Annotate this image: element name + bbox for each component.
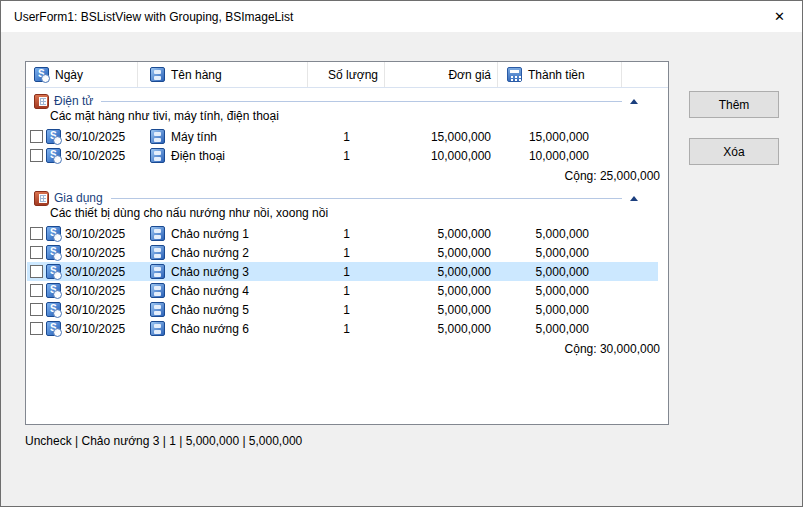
column-header-filler: [622, 62, 668, 87]
column-header-ten-hang[interactable]: Tên hàng: [138, 62, 308, 87]
row-checkbox[interactable]: [30, 246, 43, 259]
group-subtitle: Các thiết bị dùng cho nấu nướng như nồi,…: [50, 206, 668, 221]
table-row[interactable]: 30/10/2025 Chảo nướng 2 1 5,000,000 5,00…: [27, 243, 658, 262]
product-icon: [150, 67, 165, 82]
row-qty: 1: [308, 265, 385, 279]
product-icon: [150, 129, 165, 144]
row-checkbox[interactable]: [30, 284, 43, 297]
calculator-icon: [507, 67, 522, 82]
row-name: Chảo nướng 6: [171, 322, 249, 336]
row-checkbox[interactable]: [30, 227, 43, 240]
group-title: Điện tử: [54, 94, 93, 108]
cell-name: Chảo nướng 3: [138, 264, 308, 279]
table-row[interactable]: 30/10/2025 Chảo nướng 4 1 5,000,000 5,00…: [27, 281, 658, 300]
row-date: 30/10/2025: [65, 130, 125, 144]
row-qty: 1: [308, 227, 385, 241]
group-header-dien-tu[interactable]: Điện tử: [34, 93, 638, 109]
cell-name: Chảo nướng 1: [138, 226, 308, 241]
row-checkbox[interactable]: [30, 265, 43, 278]
row-date: 30/10/2025: [65, 149, 125, 163]
row-name: Chảo nướng 2: [171, 246, 249, 260]
row-name: Chảo nướng 5: [171, 303, 249, 317]
date-icon: [46, 302, 61, 317]
date-icon: [46, 321, 61, 336]
cell-date: 30/10/2025: [27, 321, 138, 336]
delete-button[interactable]: Xóa: [689, 138, 779, 165]
row-name: Chảo nướng 3: [171, 265, 249, 279]
row-checkbox[interactable]: [30, 149, 43, 162]
window-title: UserForm1: BSListView with Grouping, BSI…: [14, 10, 293, 24]
column-header-thanh-tien[interactable]: Thành tiền: [498, 62, 622, 87]
cell-name: Máy tính: [138, 129, 308, 144]
group-title: Gia dụng: [54, 191, 103, 205]
close-icon: ✕: [774, 9, 785, 24]
userform-window: UserForm1: BSListView with Grouping, BSI…: [0, 0, 803, 507]
row-qty: 1: [308, 284, 385, 298]
table-row[interactable]: 30/10/2025 Chảo nướng 1 1 5,000,000 5,00…: [27, 224, 658, 243]
row-checkbox[interactable]: [30, 322, 43, 335]
row-price: 5,000,000: [385, 227, 498, 241]
column-header-ngay[interactable]: Ngày: [26, 62, 138, 87]
date-icon: [34, 67, 49, 82]
product-icon: [150, 321, 165, 336]
column-label: Đơn giá: [448, 68, 491, 82]
table-row[interactable]: 30/10/2025 Điện thoại 1 10,000,000 10,00…: [27, 146, 658, 165]
column-header-so-luong[interactable]: Số lượng: [308, 62, 385, 87]
group-rows: 30/10/2025 Máy tính 1 15,000,000 15,000,…: [26, 127, 668, 165]
row-qty: 1: [308, 130, 385, 144]
cell-name: Chảo nướng 6: [138, 321, 308, 336]
cell-date: 30/10/2025: [27, 283, 138, 298]
row-total: 15,000,000: [498, 130, 622, 144]
group-header-gia-dung[interactable]: Gia dụng: [34, 190, 638, 206]
row-name: Chảo nướng 1: [171, 227, 249, 241]
table-row[interactable]: 30/10/2025 Chảo nướng 6 1 5,000,000 5,00…: [27, 319, 658, 338]
row-checkbox[interactable]: [30, 130, 43, 143]
row-qty: 1: [308, 322, 385, 336]
chevron-up-icon[interactable]: [630, 196, 638, 201]
product-icon: [150, 245, 165, 260]
table-row-selected[interactable]: 30/10/2025 Chảo nướng 3 1 5,000,000 5,00…: [27, 262, 658, 281]
cell-date: 30/10/2025: [27, 302, 138, 317]
cell-name: Điện thoại: [138, 148, 308, 163]
row-price: 10,000,000: [385, 149, 498, 163]
row-checkbox[interactable]: [30, 303, 43, 316]
close-button[interactable]: ✕: [757, 1, 802, 32]
row-date: 30/10/2025: [65, 227, 125, 241]
product-icon: [150, 283, 165, 298]
column-header-don-gia[interactable]: Đơn giá: [385, 62, 498, 87]
row-price: 15,000,000: [385, 130, 498, 144]
group-divider-line: [101, 101, 622, 102]
group-subtitle: Các mặt hàng như tivi, máy tính, điện th…: [50, 109, 668, 124]
date-icon: [46, 226, 61, 241]
cell-date: 30/10/2025: [27, 264, 138, 279]
row-total: 5,000,000: [498, 265, 622, 279]
row-price: 5,000,000: [385, 303, 498, 317]
group-book-icon: [34, 94, 49, 109]
row-name: Máy tính: [171, 130, 217, 144]
column-label: Số lượng: [328, 68, 378, 82]
date-icon: [46, 245, 61, 260]
date-icon: [46, 148, 61, 163]
title-bar[interactable]: UserForm1: BSListView with Grouping, BSI…: [1, 1, 802, 32]
row-qty: 1: [308, 246, 385, 260]
chevron-up-icon[interactable]: [630, 99, 638, 104]
product-icon: [150, 302, 165, 317]
row-price: 5,000,000: [385, 322, 498, 336]
group-book-icon: [34, 191, 49, 206]
product-icon: [150, 226, 165, 241]
table-row[interactable]: 30/10/2025 Chảo nướng 5 1 5,000,000 5,00…: [27, 300, 658, 319]
group-divider-line: [111, 198, 622, 199]
status-text: Uncheck | Chảo nướng 3 | 1 | 5,000,000 |…: [25, 434, 302, 448]
add-button[interactable]: Thêm: [689, 91, 779, 118]
row-total: 5,000,000: [498, 284, 622, 298]
cell-name: Chảo nướng 5: [138, 302, 308, 317]
group-footer: Cộng: 30,000,000: [26, 340, 668, 358]
row-total: 10,000,000: [498, 149, 622, 163]
row-date: 30/10/2025: [65, 322, 125, 336]
date-icon: [46, 283, 61, 298]
table-row[interactable]: 30/10/2025 Máy tính 1 15,000,000 15,000,…: [27, 127, 658, 146]
row-total: 5,000,000: [498, 303, 622, 317]
row-qty: 1: [308, 303, 385, 317]
column-label: Thành tiền: [528, 68, 585, 82]
listview-header: Ngày Tên hàng Số lượng Đơn giá Thành tiề…: [26, 62, 668, 88]
